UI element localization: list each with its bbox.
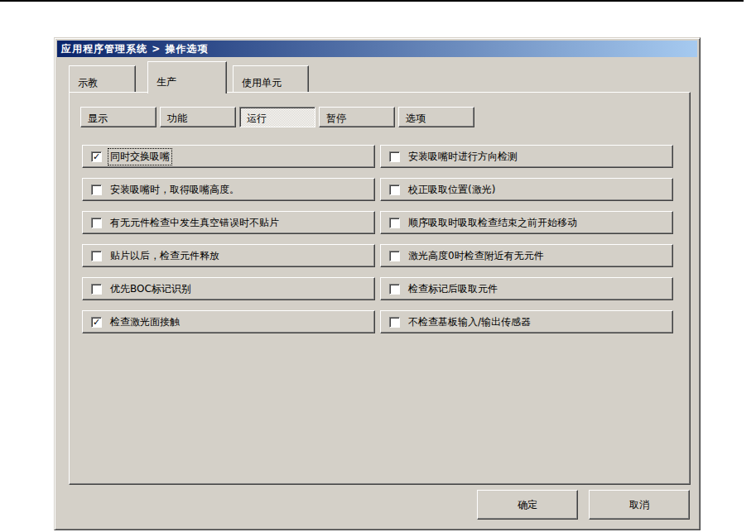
checkbox-label: 激光高度0时检查附近有无元件 <box>407 248 546 264</box>
tab-used-unit[interactable]: 使用单元 <box>233 65 309 93</box>
ok-button[interactable]: 确定 <box>477 490 578 520</box>
option-row[interactable]: 顺序吸取时吸取检查结束之前开始移动 <box>380 211 673 234</box>
checkbox[interactable] <box>389 317 400 328</box>
option-row[interactable]: ✓ 检查激光面接触 <box>82 310 375 333</box>
checkbox[interactable] <box>91 185 102 195</box>
checkbox-label: 贴片以后，检查元件释放 <box>108 248 221 264</box>
subtab-function[interactable]: 功能 <box>160 107 236 127</box>
option-row[interactable]: 贴片以后，检查元件释放 <box>82 244 375 267</box>
option-row[interactable]: 激光高度0时检查附近有无元件 <box>380 244 673 267</box>
tab-production[interactable]: 生产 <box>147 61 227 93</box>
options-dialog: 应用程序管理系统 > 操作选项 示教 生产 使用单元 显示 功能 运行 暂停 选… <box>54 37 701 530</box>
checkbox[interactable]: ✓ <box>91 151 102 162</box>
subtab-display[interactable]: 显示 <box>80 107 156 127</box>
ok-button-label: 确定 <box>518 499 537 510</box>
tab-page-production: 显示 功能 运行 暂停 选项 ✓ 同时交换吸嘴 安装吸嘴时，取得吸嘴高度。 有无… <box>69 92 691 485</box>
option-row[interactable]: ✓ 同时交换吸嘴 <box>82 145 375 168</box>
option-row[interactable]: 校正吸取位置(激光) <box>380 178 673 201</box>
option-row[interactable]: 优先BOC标记识别 <box>82 277 375 300</box>
dialog-title: 应用程序管理系统 > 操作选项 <box>61 43 208 55</box>
checkbox-label: 安装吸嘴时进行方向检测 <box>407 149 519 165</box>
subtab-label: 功能 <box>167 113 187 124</box>
checkbox-label: 有无元件检查中发生真空错误时不贴片 <box>108 215 281 231</box>
checkbox-label: 检查标记后吸取元件 <box>407 281 499 297</box>
option-row[interactable]: 检查标记后吸取元件 <box>380 277 673 300</box>
option-row[interactable]: 不检查基板输入/输出传感器 <box>380 310 673 333</box>
subtab-option[interactable]: 选项 <box>398 107 474 127</box>
checkbox[interactable] <box>389 251 400 261</box>
cancel-button-label: 取消 <box>629 499 649 510</box>
tab-teach[interactable]: 示教 <box>69 65 136 93</box>
checkbox-label: 安装吸嘴时，取得吸嘴高度。 <box>108 182 241 198</box>
tab-label: 生产 <box>156 76 176 88</box>
checkbox-label: 校正吸取位置(激光) <box>407 182 497 198</box>
checkbox-label: 顺序吸取时吸取检查结束之前开始移动 <box>407 215 579 231</box>
checkbox[interactable] <box>91 251 102 261</box>
checkbox-label: 检查激光面接触 <box>108 314 181 330</box>
checkbox-label: 优先BOC标记识别 <box>108 281 193 297</box>
checkbox[interactable] <box>389 185 400 195</box>
subtab-pause[interactable]: 暂停 <box>319 107 395 127</box>
tab-label: 示教 <box>78 77 98 89</box>
dialog-titlebar: 应用程序管理系统 > 操作选项 <box>57 41 697 57</box>
subtab-label: 显示 <box>88 113 108 124</box>
checkbox[interactable] <box>91 284 102 295</box>
subtab-run[interactable]: 运行 <box>239 107 315 127</box>
option-row[interactable]: 安装吸嘴时进行方向检测 <box>380 145 673 168</box>
page: 应用程序管理系统 > 操作选项 示教 生产 使用单元 显示 功能 运行 暂停 选… <box>0 0 756 532</box>
option-row[interactable]: 有无元件检查中发生真空错误时不贴片 <box>82 211 375 234</box>
checkbox[interactable]: ✓ <box>91 317 102 328</box>
checkbox[interactable] <box>91 218 102 228</box>
checkbox[interactable] <box>389 218 400 228</box>
checkbox[interactable] <box>389 284 400 295</box>
option-row[interactable]: 安装吸嘴时，取得吸嘴高度。 <box>82 178 375 201</box>
subtab-label: 选项 <box>406 113 426 124</box>
subtab-label: 暂停 <box>326 113 346 124</box>
checkbox-label: 不检查基板输入/输出传感器 <box>407 314 532 330</box>
tab-label: 使用单元 <box>242 77 282 89</box>
page-top-rule <box>0 0 744 2</box>
subtab-label: 运行 <box>247 113 267 124</box>
checkbox-label: 同时交换吸嘴 <box>108 149 171 165</box>
checkbox[interactable] <box>389 151 400 162</box>
cancel-button[interactable]: 取消 <box>589 490 690 520</box>
